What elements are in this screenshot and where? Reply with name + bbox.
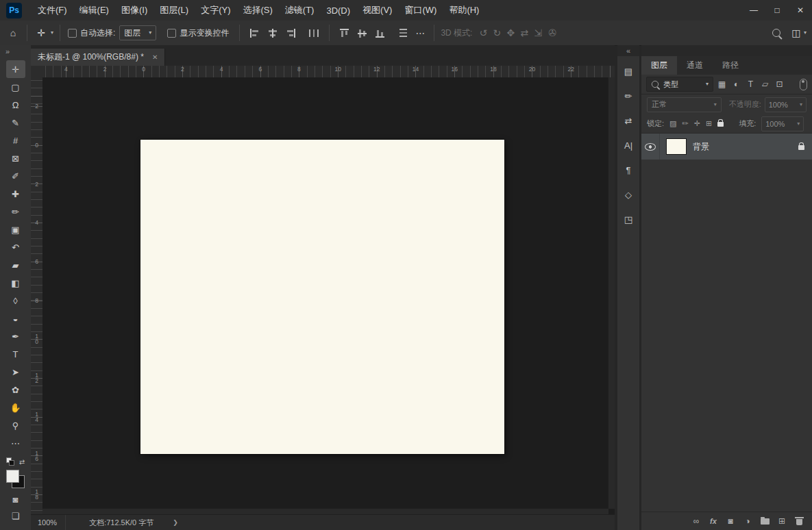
properties-panel-icon[interactable]: ◳	[619, 210, 637, 228]
canvas-viewport[interactable]	[42, 77, 615, 515]
frame-tool[interactable]: ⊠	[6, 149, 25, 167]
3d-drag-icon[interactable]: ✥	[504, 27, 517, 38]
new-layer-icon[interactable]: ⊞	[777, 517, 787, 525]
3d-scale-icon[interactable]: ⇲	[531, 27, 545, 38]
align-bottom-icon[interactable]	[376, 29, 385, 38]
photoshop-logo[interactable]: Ps	[6, 3, 22, 18]
healing-brush-tool[interactable]: ✚	[6, 185, 25, 203]
align-right-icon[interactable]	[286, 29, 295, 38]
blur-tool[interactable]: ◊	[6, 292, 25, 310]
filter-type-dropdown[interactable]: 类型 ▾	[646, 77, 713, 92]
quick-mask-icon[interactable]: ◙	[13, 494, 19, 505]
pen-tool[interactable]: ✒	[6, 327, 25, 345]
type-layer-filter-icon[interactable]: T	[744, 77, 757, 91]
default-colors-icon[interactable]	[6, 457, 14, 466]
add-layer-mask-icon[interactable]: ◙	[726, 517, 735, 525]
3d-slide-icon[interactable]: ⇄	[517, 27, 531, 38]
eyedropper-tool[interactable]: ✐	[6, 167, 25, 185]
tab-paths[interactable]: 路径	[713, 56, 748, 75]
pixel-layer-filter-icon[interactable]: ▦	[715, 77, 728, 91]
edit-toolbar-icon[interactable]: ⋯	[6, 434, 25, 452]
lock-image-pixels-icon[interactable]: ✏	[682, 120, 688, 127]
3d-roll-icon[interactable]: ↻	[490, 27, 504, 38]
layer-thumbnail[interactable]	[666, 138, 687, 155]
distribute-horizontal-icon[interactable]	[309, 29, 319, 38]
dodge-tool[interactable]: ◒	[6, 310, 25, 327]
menu-item[interactable]: 窗口(W)	[398, 0, 443, 21]
lasso-tool[interactable]: Ω	[6, 96, 25, 114]
layer-visibility-toggle[interactable]	[641, 134, 660, 160]
maximize-button[interactable]: □	[765, 0, 789, 21]
auto-select-target-dropdown[interactable]: 图层 ▾	[119, 25, 156, 40]
menu-item[interactable]: 滤镜(T)	[279, 0, 321, 21]
hand-tool[interactable]: ✋	[6, 399, 25, 416]
auto-select-checkbox[interactable]	[68, 29, 77, 38]
fill-dropdown[interactable]: 100% ▾	[761, 116, 804, 131]
brushes-panel-icon[interactable]: ▤	[619, 62, 637, 80]
brush-tool[interactable]: ✏	[6, 203, 25, 220]
filter-toggle-switch[interactable]	[800, 79, 807, 90]
opacity-dropdown[interactable]: 100% ▾	[765, 97, 807, 112]
show-transform-checkbox[interactable]	[167, 29, 176, 38]
blend-mode-dropdown[interactable]: 正常 ▾	[647, 97, 722, 112]
type-tool[interactable]: T	[6, 345, 25, 363]
gradient-tool[interactable]: ◧	[6, 274, 25, 292]
menu-item[interactable]: 图层(L)	[153, 0, 195, 21]
zoom-level-field[interactable]: 100%	[31, 515, 66, 530]
rectangular-marquee-tool[interactable]: ▢	[6, 78, 25, 96]
menu-item[interactable]: 文件(F)	[32, 0, 73, 21]
vertical-scrollbar[interactable]	[608, 77, 615, 509]
menu-item[interactable]: 图像(I)	[115, 0, 153, 21]
minimize-button[interactable]: —	[742, 0, 765, 21]
expand-panels-icon[interactable]: «	[617, 45, 639, 56]
menu-item[interactable]: 文字(Y)	[195, 0, 236, 21]
new-group-icon[interactable]	[760, 516, 770, 526]
layer-row-background[interactable]: 背景	[641, 134, 812, 160]
layer-locked-icon[interactable]	[798, 140, 804, 153]
screen-mode-icon[interactable]: ❏	[12, 511, 20, 521]
foreground-color-swatch[interactable]	[6, 470, 19, 483]
status-options-chevron-icon[interactable]: ❯	[173, 519, 178, 526]
zoom-tool[interactable]: ⚲	[6, 416, 25, 434]
menu-item[interactable]: 视图(V)	[356, 0, 398, 21]
lock-position-icon[interactable]: ✛	[694, 120, 700, 127]
menu-item[interactable]: 3D(D)	[320, 0, 356, 21]
tool-preset-picker[interactable]: ✛ ▾	[34, 27, 53, 38]
quick-selection-tool[interactable]: ✎	[6, 114, 25, 131]
chevron-down-icon[interactable]: ▾	[804, 30, 807, 36]
adjustment-layer-filter-icon[interactable]: ◐	[730, 77, 743, 91]
home-icon[interactable]: ⌂	[5, 27, 21, 38]
new-adjustment-layer-icon[interactable]: ◑	[743, 517, 752, 525]
eraser-tool[interactable]: ▰	[6, 256, 25, 274]
tab-layers[interactable]: 图层	[641, 56, 677, 75]
align-top-icon[interactable]	[340, 29, 349, 38]
character-panel-icon[interactable]: A|	[619, 136, 637, 154]
smart-object-filter-icon[interactable]: ⊡	[773, 77, 786, 91]
clone-source-panel-icon[interactable]: ⇄	[619, 112, 637, 129]
close-button[interactable]: ✕	[789, 0, 812, 21]
distribute-vertical-icon[interactable]	[399, 29, 408, 38]
menu-item[interactable]: 帮助(H)	[443, 0, 485, 21]
clone-stamp-tool[interactable]: ▣	[6, 220, 25, 238]
shape-layer-filter-icon[interactable]: ▱	[759, 77, 772, 91]
swap-colors-icon[interactable]: ⇄	[19, 458, 25, 466]
move-tool[interactable]: ✛	[6, 60, 25, 78]
lock-transparent-pixels-icon[interactable]: ▨	[669, 120, 676, 127]
align-left-icon[interactable]	[250, 29, 260, 38]
collapse-tools-icon[interactable]: »	[0, 45, 31, 58]
delete-layer-icon[interactable]	[794, 516, 804, 527]
3d-rotate-icon[interactable]: ↺	[476, 27, 490, 38]
3d-panel-icon[interactable]: ◇	[619, 186, 637, 203]
search-icon[interactable]	[772, 29, 780, 37]
close-tab-icon[interactable]: ✕	[152, 53, 158, 61]
link-layers-icon[interactable]: ∞	[691, 517, 701, 525]
lock-artboard-icon[interactable]: ⊞	[706, 120, 712, 127]
lock-all-icon[interactable]	[717, 119, 724, 128]
path-selection-tool[interactable]: ➤	[6, 363, 25, 381]
canvas[interactable]	[140, 140, 504, 454]
tab-channels[interactable]: 通道	[677, 56, 713, 75]
paragraph-panel-icon[interactable]: ¶	[619, 161, 637, 179]
align-horizontal-centers-icon[interactable]	[268, 29, 278, 38]
more-align-options-icon[interactable]: ⋯	[415, 27, 425, 38]
history-brush-tool[interactable]: ↶	[6, 238, 25, 256]
